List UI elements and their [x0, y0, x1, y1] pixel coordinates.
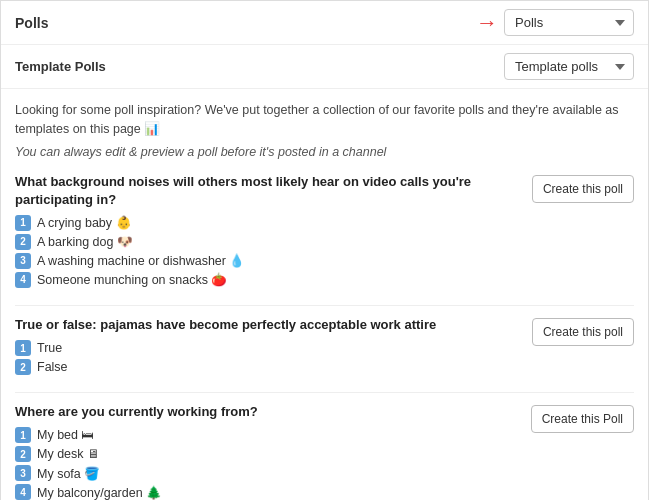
option-text: A crying baby 👶	[37, 215, 132, 230]
poll-option: 3 A washing machine or dishwasher 💧	[15, 253, 520, 269]
poll-option: 3 My sofa 🪣	[15, 465, 519, 481]
poll-content: What background noises will others most …	[15, 173, 520, 291]
option-text: My desk 🖥	[37, 447, 100, 461]
poll-question: What background noises will others most …	[15, 173, 520, 209]
poll-content: Where are you currently working from? 1 …	[15, 403, 519, 500]
option-text: My bed 🛏	[37, 428, 94, 442]
arrow-and-dropdown: → Polls	[476, 9, 634, 36]
option-number: 4	[15, 484, 31, 500]
intro-text: Looking for some poll inspiration? We've…	[15, 101, 634, 139]
option-text: False	[37, 360, 68, 374]
option-number: 2	[15, 446, 31, 462]
poll-content: True or false: pajamas have become perfe…	[15, 316, 520, 378]
polls-dropdown[interactable]: Polls	[504, 9, 634, 36]
poll-option: 2 My desk 🖥	[15, 446, 519, 462]
option-number: 1	[15, 427, 31, 443]
template-dropdown[interactable]: Template polls	[504, 53, 634, 80]
italic-note: You can always edit & preview a poll bef…	[15, 145, 634, 159]
template-bar: Template Polls Template polls	[1, 45, 648, 89]
option-text: A washing machine or dishwasher 💧	[37, 253, 245, 268]
red-arrow-icon: →	[476, 12, 498, 34]
option-text: True	[37, 341, 62, 355]
page-title: Polls	[15, 15, 48, 31]
poll-option: 1 A crying baby 👶	[15, 215, 520, 231]
poll-option: 2 False	[15, 359, 520, 375]
header-bar: Polls → Polls	[1, 1, 648, 45]
divider	[15, 305, 634, 306]
option-text: My balcony/garden 🌲	[37, 485, 162, 500]
poll-item: True or false: pajamas have become perfe…	[15, 316, 634, 378]
poll-option: 2 A barking dog 🐶	[15, 234, 520, 250]
poll-option: 4 Someone munching on snacks 🍅	[15, 272, 520, 288]
create-poll-button-2[interactable]: Create this poll	[532, 318, 634, 346]
poll-option: 1 True	[15, 340, 520, 356]
poll-item: Where are you currently working from? 1 …	[15, 403, 634, 500]
create-poll-button-3[interactable]: Create this Poll	[531, 405, 634, 433]
option-number: 3	[15, 465, 31, 481]
option-text: A barking dog 🐶	[37, 234, 133, 249]
option-number: 1	[15, 340, 31, 356]
template-label: Template Polls	[15, 59, 106, 74]
poll-option: 1 My bed 🛏	[15, 427, 519, 443]
poll-question: Where are you currently working from?	[15, 403, 519, 421]
create-poll-button-1[interactable]: Create this poll	[532, 175, 634, 203]
option-number: 4	[15, 272, 31, 288]
poll-item: What background noises will others most …	[15, 173, 634, 291]
option-text: My sofa 🪣	[37, 466, 100, 481]
option-number: 1	[15, 215, 31, 231]
page-wrapper: Polls → Polls Template Polls Template po…	[0, 0, 649, 500]
divider	[15, 392, 634, 393]
content-area: Looking for some poll inspiration? We've…	[1, 89, 648, 500]
option-number: 3	[15, 253, 31, 269]
option-number: 2	[15, 234, 31, 250]
poll-question: True or false: pajamas have become perfe…	[15, 316, 520, 334]
option-number: 2	[15, 359, 31, 375]
poll-option: 4 My balcony/garden 🌲	[15, 484, 519, 500]
option-text: Someone munching on snacks 🍅	[37, 272, 227, 287]
